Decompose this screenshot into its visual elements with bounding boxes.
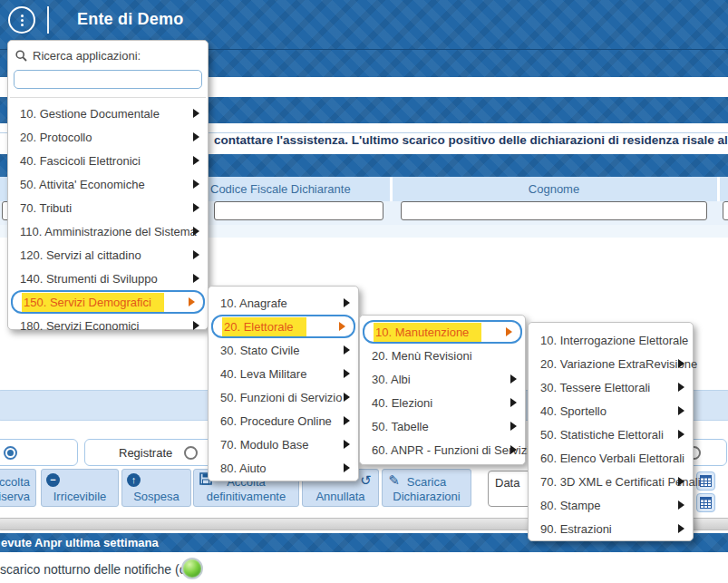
anpr-band-title: evute Anpr ultima settimana — [1, 536, 159, 549]
submenu-arrow-icon — [678, 359, 684, 368]
submenu-arrow-icon — [678, 524, 684, 533]
registrate-radio[interactable] — [184, 446, 198, 460]
submenu-arrow-icon — [344, 416, 350, 425]
submenu-arrow-icon — [339, 322, 345, 331]
data-label: Data — [495, 476, 519, 490]
left-filter-radio[interactable] — [4, 446, 17, 460]
calendar-icon — [700, 497, 712, 509]
night-download-status: scarico notturno delle notifiche (cli) — [0, 562, 196, 577]
menu-separator — [10, 97, 206, 98]
submenu-arrow-icon — [506, 327, 512, 336]
submenu-arrow-icon — [510, 398, 517, 407]
submenu-arrow-icon — [193, 180, 199, 189]
menu-item-leva-militare[interactable]: 40. Leva Militare — [209, 362, 358, 385]
arrow-up-circle-icon: ↑ — [127, 473, 141, 487]
menu-item-attivita-economiche[interactable]: 50. Attivita' Economiche — [8, 172, 208, 196]
search-label: Ricerca applicazioni: — [33, 49, 141, 63]
menu-item-variazione-extrarevisione[interactable]: 20. Variazione ExtraRevisione — [529, 352, 693, 375]
submenu-arrow-icon — [678, 500, 684, 510]
menu-item-stato-civile[interactable]: 30. Stato Civile — [209, 338, 358, 362]
menu-item-elenco-verbali-elettorali[interactable]: 60. Elenco Verbali Elettorali — [529, 446, 693, 470]
demografici-submenu-panel: 10. Anagrafe 20. Elettorale 30. Stato Ci… — [208, 286, 359, 481]
submenu-arrow-icon — [678, 406, 684, 415]
submenu-arrow-icon — [189, 297, 195, 306]
menu-item-servizi-economici[interactable]: 180. Servizi Economici — [8, 314, 208, 337]
irricevibile-button[interactable]: − Irricevibile — [41, 469, 119, 507]
app-window: contattare l'assistenza. L'ultimo scaric… — [0, 0, 728, 583]
calendar-button-to[interactable] — [696, 493, 715, 512]
sospesa-button[interactable]: ↑ Sospesa — [121, 469, 191, 507]
menu-item-strumenti-sviluppo[interactable]: 140. Strumenti di Sviluppo — [8, 267, 208, 290]
manutenzione-submenu-panel: 10. Interrogazione Elettorale 20. Variaz… — [528, 322, 694, 541]
application-search-input[interactable] — [14, 70, 202, 89]
submenu-arrow-icon — [193, 109, 199, 118]
menu-item-estrazioni[interactable]: 90. Estrazioni — [529, 517, 693, 540]
search-icon — [15, 50, 27, 62]
menu-item-servizi-cittadino[interactable]: 120. Servizi al cittadino — [8, 243, 208, 267]
menu-item-aiuto[interactable]: 80. Aiuto — [209, 456, 358, 480]
accolta-def-line2: definitivamente — [194, 490, 298, 504]
pencil-icon: ✎ — [387, 473, 401, 487]
menu-item-amministrazione-sistema[interactable]: 110. Amministrazione del Sistema — [8, 219, 208, 243]
menu-item-3d-xml-certificati-penali[interactable]: 70. 3D XML e Certificati Penali — [529, 470, 693, 493]
menu-item-interrogazione-elettorale[interactable]: 10. Interrogazione Elettorale — [529, 328, 693, 352]
submenu-arrow-icon — [193, 156, 199, 165]
elettorale-submenu-panel: 10. Manutenzione 20. Menù Revisioni 30. … — [359, 315, 526, 465]
menu-item-funzioni-servizio[interactable]: 50. Funzioni di Servizio — [209, 385, 358, 409]
submenu-arrow-icon — [344, 298, 350, 307]
header-separator — [47, 6, 49, 34]
menu-item-procedure-online[interactable]: 60. Procedure Online — [209, 409, 358, 432]
submenu-arrow-icon — [344, 393, 350, 402]
registrate-label: Registrate — [119, 446, 172, 460]
app-title: Ente di Demo — [77, 10, 183, 29]
menu-item-menu-revisioni[interactable]: 20. Menù Revisioni — [360, 344, 525, 367]
right-edge-input[interactable] — [723, 201, 728, 220]
menu-item-fascicoli-elettronici[interactable]: 40. Fascicoli Elettronici — [8, 149, 208, 172]
menu-item-elezioni[interactable]: 40. Elezioni — [360, 391, 525, 414]
menu-item-manutenzione[interactable]: 10. Manutenzione — [363, 320, 522, 344]
submenu-arrow-icon — [344, 345, 350, 355]
column-separator — [717, 177, 720, 201]
submenu-arrow-icon — [193, 274, 199, 283]
main-menu-panel: Ricerca applicazioni: 10. Gestione Docum… — [7, 40, 209, 330]
annullata-label: Annullata — [303, 490, 378, 504]
menu-item-modulo-base[interactable]: 70. Modulo Base — [209, 432, 358, 456]
menu-item-protocollo[interactable]: 20. Protocollo — [8, 125, 208, 149]
menu-item-tessere-elettorali[interactable]: 30. Tessere Elettorali — [529, 375, 693, 399]
sospesa-label: Sospesa — [122, 490, 190, 504]
scarica-dichiarazioni-button[interactable]: ✎ Scarica Dichiarazioni — [382, 469, 471, 507]
menu-item-anpr-funzioni-servizio[interactable]: 60. ANPR - Funzioni di Servizio — [360, 438, 525, 462]
cognome-input[interactable] — [401, 201, 707, 220]
submenu-arrow-icon — [678, 477, 684, 486]
accolta-riserva-line2: riserva — [0, 490, 30, 504]
menu-item-servizi-demografici[interactable]: 150. Servizi Demografici — [11, 290, 205, 314]
menu-item-tabelle[interactable]: 50. Tabelle — [360, 414, 525, 438]
column-header-codice-fiscale: Codice Fiscale Dichiarante — [210, 182, 351, 196]
submenu-arrow-icon — [344, 369, 350, 378]
menu-item-albi[interactable]: 30. Albi — [360, 367, 525, 391]
submenu-arrow-icon — [510, 445, 517, 454]
accolta-riserva-button[interactable]: Accolta riserva — [0, 469, 36, 507]
submenu-arrow-icon — [678, 383, 684, 392]
submenu-arrow-icon — [344, 440, 350, 449]
submenu-arrow-icon — [344, 463, 350, 472]
menu-item-elettorale[interactable]: 20. Elettorale — [211, 315, 355, 338]
menu-item-statistiche-elettorali[interactable]: 50. Statistiche Elettorali — [529, 423, 693, 446]
menu-item-tributi[interactable]: 70. Tributi — [8, 196, 208, 219]
minus-circle-icon: − — [46, 473, 60, 487]
submenu-arrow-icon — [193, 132, 199, 141]
submenu-arrow-icon — [193, 321, 199, 330]
menu-item-gestione-documentale[interactable]: 10. Gestione Documentale — [8, 102, 208, 125]
column-separator — [390, 177, 393, 201]
codice-fiscale-input[interactable] — [214, 201, 383, 220]
submenu-arrow-icon — [678, 430, 684, 439]
menu-item-anagrafe[interactable]: 10. Anagrafe — [209, 291, 358, 315]
menu-item-sportello[interactable]: 40. Sportello — [529, 399, 693, 423]
kebab-menu-icon[interactable] — [8, 6, 35, 34]
submenu-arrow-icon — [193, 203, 199, 212]
submenu-arrow-icon — [510, 422, 517, 431]
menu-item-stampe[interactable]: 80. Stampe — [529, 493, 693, 517]
alert-message: contattare l'assistenza. L'ultimo scaric… — [214, 133, 728, 147]
irricevibile-label: Irricevibile — [42, 490, 118, 504]
submenu-arrow-icon — [193, 227, 199, 236]
